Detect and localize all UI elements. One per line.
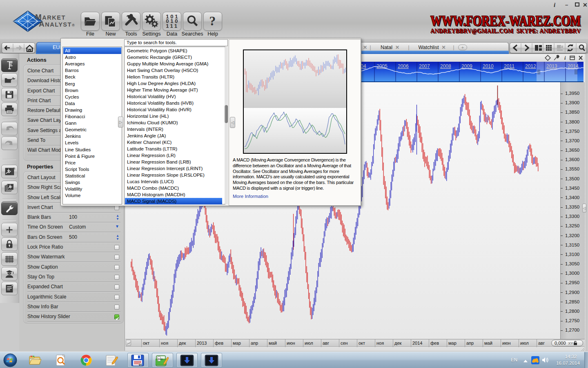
svg-text:i: i bbox=[564, 55, 566, 61]
svg-text:64: 64 bbox=[139, 363, 142, 366]
svg-text:2007: 2007 bbox=[419, 63, 430, 69]
svg-text:l++: l++ bbox=[158, 357, 163, 361]
svg-text:2008: 2008 bbox=[440, 63, 451, 69]
svg-text:2006: 2006 bbox=[398, 63, 409, 69]
svg-text:2012: 2012 bbox=[525, 63, 536, 69]
svg-text:2013: 2013 bbox=[546, 63, 557, 69]
svg-text:010: 010 bbox=[166, 18, 179, 24]
svg-text:?: ? bbox=[209, 14, 216, 28]
svg-text:111: 111 bbox=[166, 23, 178, 29]
svg-text:2014: 2014 bbox=[568, 63, 579, 69]
svg-text:2009: 2009 bbox=[461, 63, 472, 69]
svg-text:2011: 2011 bbox=[504, 63, 514, 69]
svg-text:101: 101 bbox=[166, 13, 179, 20]
svg-text:2010: 2010 bbox=[483, 63, 494, 69]
